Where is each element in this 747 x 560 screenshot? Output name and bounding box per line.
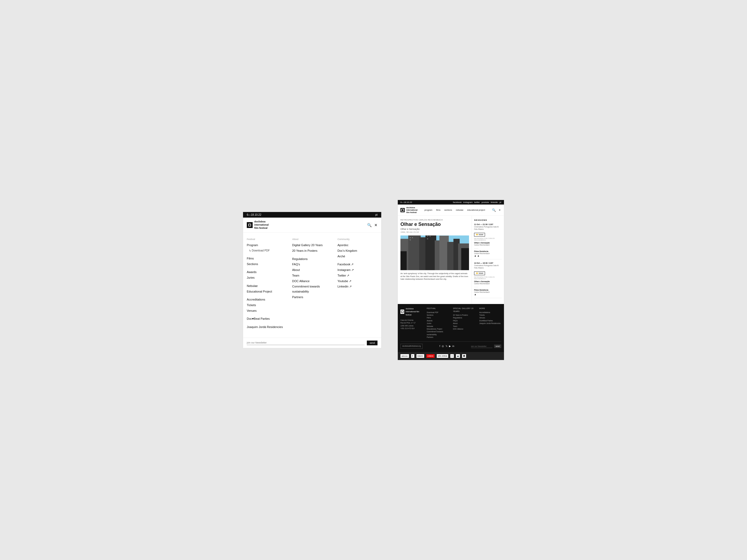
svg-rect-23 [436, 236, 439, 240]
instagram-link[interactable]: instagram [463, 201, 472, 204]
session-venue-2: Cinemateca Portuguesa Sala M. Félix Ribe… [474, 265, 502, 269]
right-doc-icon [401, 208, 405, 212]
nav-twitter[interactable]: Twitter ↗ [337, 273, 378, 278]
nav-linkedin[interactable]: Linkedin ↗ [337, 284, 378, 289]
footer-sustainability[interactable]: Commitment towards sustainability [427, 330, 449, 336]
ticket-button-1[interactable]: 🎫 ticket [474, 233, 485, 237]
social-links: facebook instagram twitter youtube linke… [453, 201, 501, 204]
nav-sections[interactable]: Sections [247, 262, 287, 267]
nav-juries[interactable]: Juries [247, 275, 287, 280]
footer-awards[interactable]: Awards [427, 319, 449, 322]
doc-icon [248, 223, 252, 227]
nav-posters[interactable]: 20 Years in Posters [292, 248, 332, 253]
footer-nebulae[interactable]: Nebulae [427, 325, 449, 328]
nav-facebook[interactable]: Facebook ↗ [337, 262, 378, 267]
nav-docs-kingdom[interactable]: Doc's Kingdom [337, 248, 378, 253]
footer-educational[interactable]: Educational_Project [427, 328, 449, 330]
right-top-bar: 6—18.10.22 facebook instagram twitter yo… [398, 200, 504, 205]
nav-nebulae[interactable]: Nebulae [247, 284, 287, 289]
footer-jordà[interactable]: Joaquim Jordà Residencies [480, 322, 501, 325]
footer-ig-icon[interactable]: ◎ [442, 344, 444, 348]
film-body: RETROSPECTIVE CARLOS REICHENBACH Olhar e… [398, 216, 504, 304]
session-film1-dir-1: Carlos Reichenbach [474, 244, 502, 246]
nav-youtube[interactable]: Youtube ↗ [337, 279, 378, 284]
nav-team[interactable]: Team [292, 273, 332, 278]
film-title: Olhar e Sensação [401, 222, 469, 227]
footer-partners[interactable]: Partners [427, 336, 449, 339]
svg-rect-3 [402, 209, 403, 211]
nav-doc-beat[interactable]: Doc♥Beat Parties [247, 316, 287, 321]
nav-program-right[interactable]: program [424, 209, 433, 211]
footer-download-pdf[interactable]: Download PDF [427, 311, 449, 314]
nav-download-pdf[interactable]: ↳ Download PDF [247, 248, 287, 253]
footer-sections[interactable]: Sections [427, 314, 449, 317]
nav-nebulae-right[interactable]: nebulae [456, 209, 463, 211]
search-icon[interactable]: 🔍 [367, 223, 371, 227]
nav-program[interactable]: Program [247, 243, 287, 248]
footer-li-icon[interactable]: in [453, 344, 454, 348]
footer-logo-icon [401, 310, 404, 314]
facebook-link[interactable]: facebook [453, 201, 462, 204]
close-icon[interactable]: ✕ [374, 223, 378, 227]
nav-jordà[interactable]: Joaquim Jordà Residencies [247, 324, 287, 329]
footer-faq[interactable]: FAQ's [453, 319, 475, 322]
footer-doc-alliance[interactable]: DOC Alliance [453, 328, 475, 330]
footer-address: Casa do Cinema Rua do Prior, n.º 17 1350… [401, 319, 422, 330]
right-plus-icon[interactable]: ＋ [498, 208, 501, 212]
footer-venues[interactable]: Venues [480, 317, 501, 319]
footer-regulations[interactable]: Regulations [453, 317, 475, 319]
nav-educational-right[interactable]: educational project [467, 209, 485, 211]
session-item-2: 14 Oct — 16:30 / 1197 Cinemateca Portugu… [474, 262, 502, 298]
community-section-title: Community [337, 238, 378, 241]
right-logo-text: doclisboa international film festival [406, 206, 417, 214]
footer-doc-beat[interactable]: Doc♥Beat Parties [480, 319, 501, 322]
nav-instagram[interactable]: Instagram ↗ [337, 267, 378, 272]
festival-col: Festival Program ↳ Download PDF Films Se… [247, 238, 287, 329]
youtube-link[interactable]: youtube [482, 201, 489, 204]
nav-arche[interactable]: Arché [337, 254, 378, 259]
right-dates: 6—18.10.22 [401, 201, 412, 204]
footer-about[interactable]: About [453, 322, 475, 325]
newsletter-send-button[interactable]: send [367, 341, 378, 345]
footer-logo-row: doclisboainternational film festival [401, 307, 422, 316]
footer-juries[interactable]: Juries [427, 322, 449, 325]
nav-sustainability[interactable]: Commitment towards sustainability [292, 284, 332, 294]
nav-accreditations[interactable]: Accreditations [247, 297, 287, 302]
nav-regulations[interactable]: Regulations [292, 257, 332, 262]
ticket-button-2[interactable]: 🎫 ticket [474, 271, 485, 275]
session-film2-title-2: Filme Demência [474, 289, 502, 291]
footer-yt-icon[interactable]: ▶ [449, 344, 451, 348]
logo-block[interactable]: doclisboa international film festival [247, 220, 269, 230]
nav-venues[interactable]: Venues [247, 308, 287, 313]
newsletter-input[interactable] [247, 341, 365, 345]
linkedin-link[interactable]: linkedin [491, 201, 498, 204]
footer-url[interactable]: doclisboafilmfestival.org [401, 344, 422, 349]
footer-tickets[interactable]: Tickets [480, 314, 501, 317]
footer-films[interactable]: Films [427, 317, 449, 319]
footer-tw-icon[interactable]: 𝕏 [445, 344, 447, 348]
nav-awards[interactable]: Awards [247, 270, 287, 275]
footer-newsletter-input[interactable] [471, 345, 492, 348]
nav-films[interactable]: Films [247, 256, 287, 261]
nav-partners[interactable]: Partners [292, 295, 332, 300]
footer-accreditations[interactable]: Accreditations [480, 311, 501, 314]
nav-sections-right[interactable]: sections [444, 209, 452, 211]
twitter-link[interactable]: twitter [474, 201, 480, 204]
right-search-icon[interactable]: 🔍 [492, 208, 496, 212]
nav-educational-project[interactable]: Educational Project [247, 289, 287, 294]
nav-tickets[interactable]: Tickets [247, 303, 287, 308]
nav-doc-alliance[interactable]: DOC Alliance [292, 279, 332, 284]
footer-doc-icon [401, 311, 404, 313]
nav-digital-gallery[interactable]: Digital Gallery 20 Years [292, 243, 332, 248]
footer-team[interactable]: Team [453, 325, 475, 328]
right-logo[interactable]: doclisboa international film festival [401, 206, 417, 214]
nav-films-right[interactable]: films [436, 209, 440, 211]
nav-apordoc[interactable]: Apordoc [337, 243, 378, 248]
footer-fb-icon[interactable]: f [439, 344, 440, 348]
nav-faq[interactable]: FAQ's [292, 262, 332, 267]
footer-send-button[interactable]: send [494, 345, 501, 348]
left-dates: 6—18.10.22 [247, 213, 261, 216]
footer-more-title: More [480, 307, 501, 310]
nav-about[interactable]: About [292, 267, 332, 272]
footer-posters[interactable]: 20 Years in Posters [453, 314, 475, 317]
